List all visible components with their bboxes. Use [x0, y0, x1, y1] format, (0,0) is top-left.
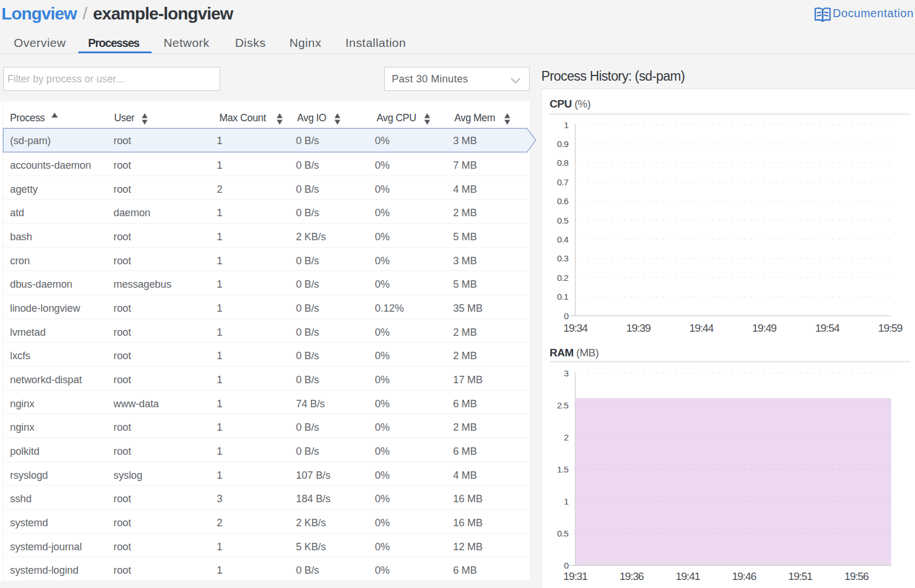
svg-text:19:36: 19:36 [619, 570, 644, 582]
svg-text:19:49: 19:49 [752, 322, 777, 334]
svg-text:19:41: 19:41 [676, 570, 701, 582]
svg-text:19:44: 19:44 [689, 322, 714, 334]
svg-text:0.3: 0.3 [557, 253, 568, 263]
svg-text:0: 0 [564, 561, 569, 570]
svg-text:0.2: 0.2 [557, 273, 568, 283]
svg-text:2: 2 [564, 432, 568, 442]
svg-text:19:39: 19:39 [626, 322, 651, 334]
svg-text:19:56: 19:56 [844, 570, 869, 582]
svg-text:0.5: 0.5 [557, 529, 568, 538]
svg-text:0.5: 0.5 [557, 216, 568, 225]
svg-text:0.1: 0.1 [557, 292, 568, 301]
svg-text:0.6: 0.6 [557, 196, 568, 206]
svg-text:0.9: 0.9 [557, 139, 568, 149]
svg-text:2.5: 2.5 [557, 400, 568, 410]
svg-text:0.7: 0.7 [557, 177, 568, 187]
svg-text:19:59: 19:59 [878, 322, 902, 334]
svg-text:19:46: 19:46 [732, 570, 757, 582]
svg-text:0.8: 0.8 [557, 158, 568, 168]
svg-text:1: 1 [564, 120, 568, 130]
svg-text:1.5: 1.5 [557, 464, 568, 474]
svg-text:1: 1 [564, 496, 568, 506]
svg-text:3: 3 [564, 368, 568, 378]
svg-text:0: 0 [564, 311, 569, 321]
svg-text:19:54: 19:54 [815, 322, 840, 334]
svg-text:0.4: 0.4 [557, 235, 569, 244]
svg-text:19:51: 19:51 [788, 570, 813, 582]
svg-text:19:31: 19:31 [563, 570, 588, 582]
svg-text:19:34: 19:34 [563, 322, 588, 334]
